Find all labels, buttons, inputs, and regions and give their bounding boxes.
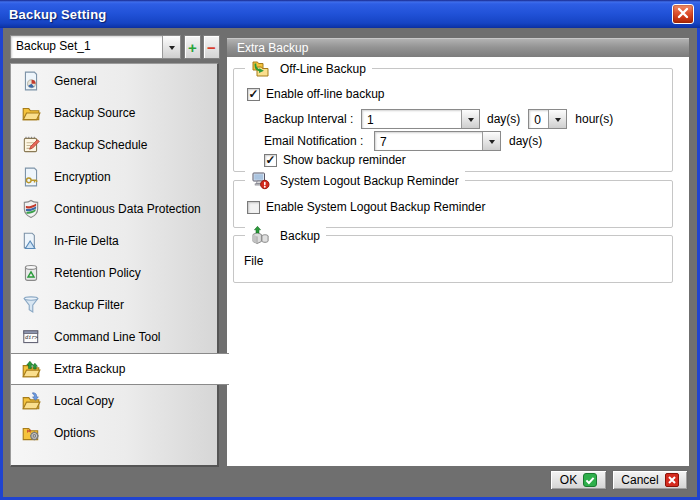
sidebar-item-options[interactable]: Options	[11, 417, 217, 449]
sidebar-list: GeneralBackup SourceBackup ScheduleEncry…	[10, 63, 219, 467]
sidebar-item-in-file-delta[interactable]: In-File Delta	[11, 225, 217, 257]
sidebar-item-label: Backup Schedule	[54, 138, 147, 152]
sidebar-item-label: Backup Filter	[54, 298, 124, 312]
backup-interval-hours-select[interactable]: 0	[528, 109, 567, 129]
general-icon	[21, 71, 41, 91]
retention-policy-icon	[21, 263, 41, 283]
sidebar-item-label: General	[54, 74, 97, 88]
backup-title: Backup	[280, 229, 320, 243]
backup-interval-days-select[interactable]: 1	[361, 109, 480, 129]
system-logout-legend: System Logout Backup Reminder	[245, 171, 465, 190]
backup-source-icon	[21, 103, 41, 123]
system-logout-group: System Logout Backup Reminder Enable Sys…	[233, 180, 673, 228]
backup-set-value: Backup Set_1	[11, 36, 162, 58]
system-logout-icon	[251, 171, 270, 190]
close-button[interactable]	[672, 4, 694, 24]
content-header: Extra Backup	[227, 38, 689, 57]
offline-backup-title: Off-Line Backup	[280, 62, 366, 76]
show-backup-reminder-label: Show backup reminder	[283, 153, 406, 167]
sidebar-item-local-copy[interactable]: Local Copy	[11, 385, 217, 417]
content-panel: Extra Backup Off-Line Backup Enable off-…	[227, 38, 689, 466]
sidebar-item-label: Encryption	[54, 170, 111, 184]
ok-button[interactable]: OK	[550, 470, 607, 490]
backup-type-icon	[251, 226, 270, 245]
sidebar-item-general[interactable]: General	[11, 65, 217, 97]
cross-icon	[665, 473, 679, 487]
remove-backup-set-button[interactable]: −	[203, 35, 220, 59]
interval-hour-unit: hour(s)	[575, 112, 613, 126]
sidebar-item-backup-filter[interactable]: Backup Filter	[11, 289, 217, 321]
email-notification-label: Email Notification :	[264, 134, 374, 148]
close-icon	[677, 5, 689, 23]
dialog-body: Backup Set_1 + − GeneralBackup SourceBac…	[0, 28, 700, 500]
title-bar[interactable]: Backup Setting	[0, 0, 700, 28]
sidebar-item-backup-schedule[interactable]: Backup Schedule	[11, 129, 217, 161]
backup-interval-label: Backup Interval :	[264, 112, 361, 126]
email-notification-days-select[interactable]: 7	[374, 131, 501, 151]
sidebar-item-label: Continuous Data Protection	[54, 202, 201, 216]
enable-system-logout-reminder-label: Enable System Logout Backup Reminder	[266, 200, 485, 214]
sidebar-item-extra-backup[interactable]: Extra Backup	[11, 353, 229, 385]
cancel-button[interactable]: Cancel	[612, 470, 688, 490]
sidebar-item-label: Retention Policy	[54, 266, 141, 280]
backup-schedule-icon	[21, 135, 41, 155]
options-icon	[21, 423, 41, 443]
sidebar-item-backup-source[interactable]: Backup Source	[11, 97, 217, 129]
check-icon	[583, 473, 597, 487]
sidebar-item-label: In-File Delta	[54, 234, 119, 248]
chevron-down-icon[interactable]	[548, 110, 566, 128]
sidebar-item-label: Local Copy	[54, 394, 114, 408]
chevron-down-icon[interactable]	[482, 132, 500, 150]
backup-legend: Backup	[245, 226, 326, 245]
sidebar-item-label: Options	[54, 426, 95, 440]
enable-system-logout-reminder-checkbox[interactable]	[247, 201, 260, 214]
backup-setting-dialog: Backup Setting Backup Set_1 + − GeneralB…	[0, 0, 700, 500]
add-backup-set-button[interactable]: +	[184, 35, 201, 59]
local-copy-icon	[21, 391, 41, 411]
enable-offline-backup-label: Enable off-line backup	[266, 87, 385, 101]
sidebar-item-encryption[interactable]: Encryption	[11, 161, 217, 193]
sidebar-item-command-line-tool[interactable]: dir>Command Line Tool	[11, 321, 217, 353]
sidebar-item-label: Extra Backup	[54, 362, 125, 376]
sidebar-item-label: Command Line Tool	[54, 330, 161, 344]
system-logout-title: System Logout Backup Reminder	[280, 174, 459, 188]
offline-backup-icon	[251, 59, 270, 78]
chevron-down-icon[interactable]	[461, 110, 479, 128]
backup-filter-icon	[21, 295, 41, 315]
content-body: Off-Line Backup Enable off-line backup B…	[227, 57, 689, 466]
backup-type-value: File	[244, 254, 263, 268]
offline-backup-legend: Off-Line Backup	[245, 59, 372, 78]
extra-backup-icon	[21, 359, 41, 379]
encryption-icon	[21, 167, 41, 187]
show-backup-reminder-checkbox[interactable]	[264, 154, 277, 167]
sidebar-item-retention-policy[interactable]: Retention Policy	[11, 257, 217, 289]
enable-offline-backup-checkbox[interactable]	[247, 88, 260, 101]
backup-set-select[interactable]: Backup Set_1	[10, 35, 181, 59]
continuous-data-protection-icon	[21, 199, 41, 219]
backup-group: Backup File	[233, 235, 673, 283]
chevron-down-icon[interactable]	[162, 36, 180, 58]
in-file-delta-icon	[21, 231, 41, 251]
command-line-tool-icon: dir>	[21, 327, 41, 347]
window-title: Backup Setting	[0, 7, 106, 22]
offline-backup-group: Off-Line Backup Enable off-line backup B…	[233, 68, 673, 172]
sidebar-item-label: Backup Source	[54, 106, 135, 120]
email-day-unit: day(s)	[509, 134, 542, 148]
sidebar-item-continuous-data-protection[interactable]: Continuous Data Protection	[11, 193, 217, 225]
interval-day-unit: day(s)	[487, 112, 520, 126]
svg-text:dir>: dir>	[25, 334, 38, 340]
